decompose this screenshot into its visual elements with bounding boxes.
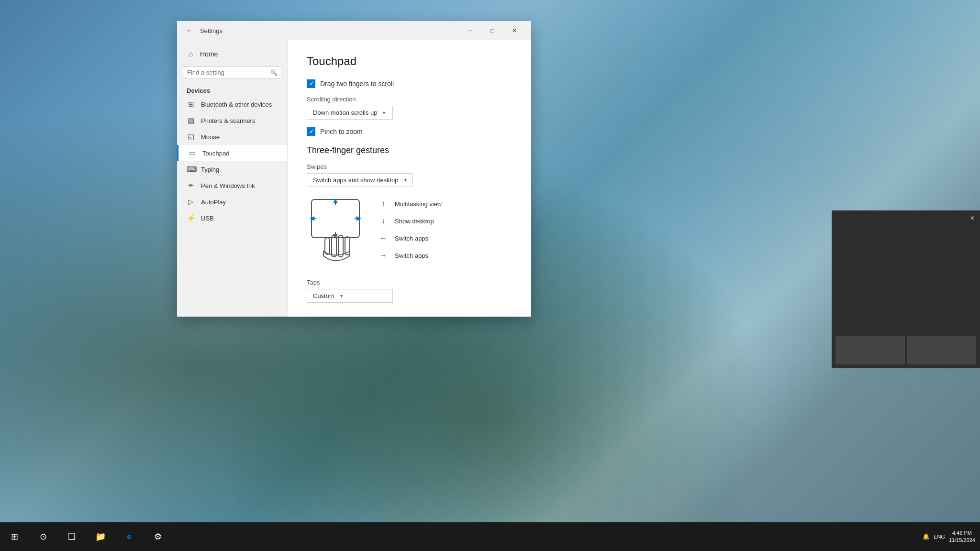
gesture-item-2: ← Switch apps <box>379 234 512 242</box>
sidebar-item-label: Mouse <box>201 133 220 141</box>
search-taskbar-icon: ⊙ <box>40 531 47 542</box>
gesture-arrow-left: ← <box>379 234 388 242</box>
bluetooth-icon: ⊞ <box>187 100 195 109</box>
file-explorer-button[interactable]: 📁 <box>86 522 115 551</box>
taskbar-left: ⊞ ⊙ ❑ 📁 e ⚙ <box>0 522 172 551</box>
sidebar-item-bluetooth[interactable]: ⊞ Bluetooth & other devices <box>177 96 287 112</box>
dark-content <box>832 210 980 330</box>
title-bar: ← Settings ─ □ ✕ <box>177 21 531 40</box>
taskbar: ⊞ ⊙ ❑ 📁 e ⚙ 🔔 ENG 4:46 PM 11/15/2024 <box>0 522 980 551</box>
window-body: ⌂ Home 🔍 Devices ⊞ Bluetooth & other dev… <box>177 40 531 317</box>
desktop: ← Settings ─ □ ✕ ⌂ Home 🔍 Devic <box>0 0 980 551</box>
home-icon: ⌂ <box>187 50 195 58</box>
swipes-dropdown[interactable]: Switch apps and show desktop ▾ <box>307 173 413 187</box>
pen-icon: ✒ <box>187 181 195 190</box>
settings-taskbar-icon: ⚙ <box>154 531 162 542</box>
sidebar-item-typing[interactable]: ⌨ Typing <box>177 161 287 177</box>
back-button[interactable]: ← <box>183 24 196 37</box>
file-explorer-icon: 📁 <box>95 531 106 542</box>
pinch-to-zoom-label: Pinch to zoom <box>320 128 363 135</box>
gesture-label-2: Switch apps <box>395 235 428 242</box>
three-finger-title: Three-finger gestures <box>307 145 512 155</box>
gestures-area: ↑ Multitasking view ↓ Show desktop ← Swi… <box>307 195 512 271</box>
window-controls: ─ □ ✕ <box>459 21 525 40</box>
taskbar-time: 4:46 PM <box>949 529 975 537</box>
sidebar-item-touchpad[interactable]: ▭ Touchpad <box>177 145 287 161</box>
sidebar-item-printers[interactable]: ▤ Printers & scanners <box>177 112 287 129</box>
maximize-button[interactable]: □ <box>481 21 503 40</box>
mouse-icon: ◱ <box>187 132 195 141</box>
taps-dropdown[interactable]: Custom ▾ <box>307 289 393 303</box>
taskbar-notification-icon[interactable]: 🔔 <box>923 533 930 540</box>
scrolling-direction-label: Scrolling direction <box>307 96 512 103</box>
main-content: Touchpad Drag two fingers to scroll Scro… <box>287 40 531 317</box>
sidebar-item-label: Pen & Windows Ink <box>201 182 255 189</box>
sidebar-home[interactable]: ⌂ Home <box>177 45 287 63</box>
minimize-button[interactable]: ─ <box>459 21 481 40</box>
autoplay-icon: ▷ <box>187 198 195 206</box>
sidebar-section-label: Devices <box>177 82 287 96</box>
drag-two-fingers-label: Drag two fingers to scroll <box>320 80 394 88</box>
taps-label: Taps <box>307 279 512 286</box>
gesture-label-3: Switch apps <box>395 252 428 259</box>
dark-thumbnails <box>832 330 980 368</box>
page-title: Touchpad <box>307 55 512 68</box>
touchpad-icon: ▭ <box>188 149 197 157</box>
sidebar-item-label: Typing <box>201 166 219 173</box>
gesture-label-1: Show desktop <box>395 218 434 225</box>
sidebar-item-label: USB <box>201 215 214 222</box>
start-button[interactable]: ⊞ <box>0 522 29 551</box>
taps-section: Taps Custom ▾ <box>307 279 512 303</box>
search-button[interactable]: ⊙ <box>29 522 57 551</box>
gesture-item-0: ↑ Multitasking view <box>379 199 512 208</box>
start-icon: ⊞ <box>11 531 18 542</box>
sidebar-item-label: Printers & scanners <box>201 117 255 124</box>
pinch-to-zoom-checkbox[interactable] <box>307 127 315 136</box>
chevron-down-icon-taps: ▾ <box>340 293 343 298</box>
gesture-label-0: Multitasking view <box>395 200 442 208</box>
sidebar-item-label: Bluetooth & other devices <box>201 101 272 108</box>
chevron-down-icon: ▾ <box>383 110 385 115</box>
task-view-icon: ❑ <box>68 531 76 542</box>
search-input[interactable] <box>187 69 267 76</box>
edge-icon: e <box>127 532 132 541</box>
taps-value: Custom <box>313 292 334 299</box>
sidebar-item-label: AutoPlay <box>201 198 226 206</box>
gesture-arrow-right: → <box>379 251 388 260</box>
sidebar-item-mouse[interactable]: ◱ Mouse <box>177 129 287 145</box>
gesture-arrow-down: ↓ <box>379 217 388 225</box>
search-box[interactable]: 🔍 <box>183 66 281 78</box>
dark-thumbnail-1[interactable] <box>835 336 905 364</box>
hand-illustration <box>307 195 364 271</box>
home-label: Home <box>200 50 218 58</box>
edge-button[interactable]: e <box>115 522 144 551</box>
settings-taskbar-button[interactable]: ⚙ <box>144 522 172 551</box>
dark-overlay-window: ✕ <box>832 210 980 368</box>
svg-rect-11 <box>338 235 343 257</box>
svg-rect-10 <box>332 235 336 257</box>
sidebar-item-autoplay[interactable]: ▷ AutoPlay <box>177 194 287 210</box>
sidebar-item-label: Touchpad <box>202 150 229 157</box>
taskbar-date: 11/15/2024 <box>949 537 975 544</box>
window-title: Settings <box>200 27 459 34</box>
taskbar-lang: ENG <box>934 534 945 540</box>
swipes-value: Switch apps and show desktop <box>313 176 399 184</box>
scrolling-direction-value: Down motion scrolls up <box>313 109 377 116</box>
sidebar-item-usb[interactable]: ⚡ USB <box>177 210 287 226</box>
scrolling-direction-dropdown[interactable]: Down motion scrolls up ▾ <box>307 106 393 120</box>
task-view-button[interactable]: ❑ <box>57 522 86 551</box>
typing-icon: ⌨ <box>187 165 195 174</box>
gesture-item-1: ↓ Show desktop <box>379 217 512 225</box>
gesture-list: ↑ Multitasking view ↓ Show desktop ← Swi… <box>379 195 512 260</box>
drag-two-fingers-checkbox[interactable] <box>307 79 315 88</box>
swipes-label: Swipes <box>307 163 512 170</box>
pinch-to-zoom-row: Pinch to zoom <box>307 127 512 136</box>
dark-thumbnail-2[interactable] <box>907 336 976 364</box>
chevron-down-icon-swipes: ▾ <box>404 177 407 183</box>
close-button[interactable]: ✕ <box>503 21 525 40</box>
drag-two-fingers-row: Drag two fingers to scroll <box>307 79 512 88</box>
sidebar: ⌂ Home 🔍 Devices ⊞ Bluetooth & other dev… <box>177 40 287 317</box>
dark-window-close-button[interactable]: ✕ <box>967 212 978 224</box>
sidebar-item-pen[interactable]: ✒ Pen & Windows Ink <box>177 177 287 194</box>
search-icon: 🔍 <box>270 69 278 76</box>
